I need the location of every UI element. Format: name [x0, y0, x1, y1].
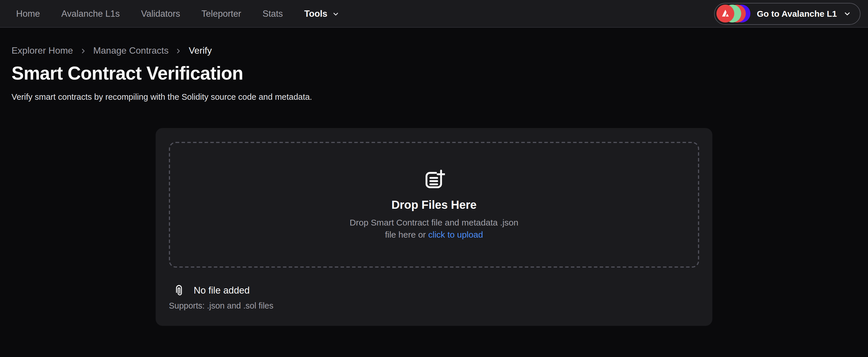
chevron-down-icon [332, 10, 339, 18]
breadcrumb-explorer-home[interactable]: Explorer Home [11, 46, 73, 56]
avalanche-logo-icon [716, 5, 734, 23]
file-status-row: No file added [169, 284, 699, 296]
chevron-right-icon [175, 47, 182, 55]
page-subtitle: Verify smart contracts by recompiling wi… [11, 92, 868, 101]
nav-item-tools-label: Tools [304, 8, 328, 19]
file-supports-text: Supports: .json and .sol files [169, 301, 699, 310]
dropzone-instructions-line1: Drop Smart Contract file and metadata .j… [349, 217, 518, 227]
chevron-down-icon [843, 9, 851, 18]
dropzone-instructions-line2: file here or [385, 230, 426, 239]
click-to-upload-link[interactable]: click to upload [428, 230, 483, 239]
file-dropzone[interactable]: Drop Files Here Drop Smart Contract file… [169, 142, 699, 268]
go-to-avalanche-l1-label: Go to Avalanche L1 [757, 9, 837, 19]
file-status-label: No file added [194, 285, 250, 296]
dropzone-title: Drop Files Here [391, 198, 477, 211]
breadcrumb-verify: Verify [189, 46, 212, 56]
nav-item-teleporter[interactable]: Teleporter [202, 8, 241, 19]
nav-item-avalanche-l1s[interactable]: Avalanche L1s [61, 8, 120, 19]
nav-item-home[interactable]: Home [16, 8, 40, 19]
dropzone-instructions: Drop Smart Contract file and metadata .j… [349, 216, 518, 240]
paperclip-icon [174, 284, 184, 296]
chevron-right-icon [79, 47, 87, 55]
nav-item-validators[interactable]: Validators [141, 8, 180, 19]
upload-card: Drop Files Here Drop Smart Contract file… [156, 128, 712, 326]
go-to-avalanche-l1-button[interactable]: Go to Avalanche L1 [714, 3, 861, 25]
nav-item-stats[interactable]: Stats [262, 8, 283, 19]
nav-item-tools[interactable]: Tools [304, 8, 339, 19]
page-title: Smart Contract Verification [11, 63, 868, 84]
nav-links: Home Avalanche L1s Validators Teleporter… [16, 8, 339, 19]
top-navigation: Home Avalanche L1s Validators Teleporter… [0, 0, 868, 28]
document-add-icon [423, 169, 445, 190]
breadcrumb: Explorer Home Manage Contracts Verify [11, 46, 868, 56]
chain-avatar-stack [716, 5, 750, 23]
app-root: Home Avalanche L1s Validators Teleporter… [0, 0, 868, 357]
file-status: No file added Supports: .json and .sol f… [169, 284, 699, 310]
breadcrumb-manage-contracts[interactable]: Manage Contracts [93, 46, 168, 56]
